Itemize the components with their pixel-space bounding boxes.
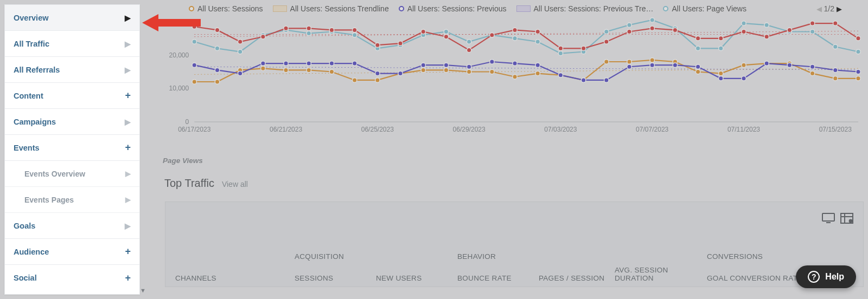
- sidebar-item-label: Audience: [14, 248, 49, 256]
- svg-point-38: [650, 58, 654, 62]
- sidebar-item-label: All Referrals: [14, 66, 60, 74]
- group-acquisition: ACQUISITION: [295, 252, 376, 269]
- desktop-icon[interactable]: [822, 213, 835, 224]
- svg-point-75: [810, 64, 814, 69]
- svg-point-93: [535, 40, 540, 44]
- svg-point-59: [444, 63, 448, 67]
- group-conversions: CONVERSIONS: [707, 252, 815, 269]
- caret-right-icon: ▶: [125, 40, 131, 48]
- sidebar-subitem-label: Events Pages: [24, 196, 74, 204]
- svg-point-41: [719, 71, 723, 75]
- svg-point-45: [810, 71, 814, 75]
- svg-point-131: [719, 36, 723, 41]
- svg-point-103: [764, 23, 769, 27]
- plus-icon: +: [125, 272, 131, 284]
- svg-point-96: [604, 29, 609, 34]
- svg-point-56: [375, 71, 380, 75]
- svg-point-102: [742, 21, 746, 25]
- sidebar-item-label: All Traffic: [14, 40, 49, 48]
- legend-next-icon[interactable]: ▶: [837, 5, 842, 13]
- svg-point-80: [238, 49, 242, 54]
- legend-item[interactable]: All Users: Sessions: Previous: [399, 4, 507, 13]
- top-traffic-title: Top Traffic: [164, 177, 214, 190]
- sidebar-item-social[interactable]: Social +: [5, 265, 139, 291]
- table-settings-icon[interactable]: [840, 213, 853, 224]
- svg-point-19: [215, 80, 219, 84]
- sidebar-scrollbar[interactable]: [139, 5, 140, 216]
- sidebar-item-label: Social: [14, 274, 37, 282]
- svg-text:07/15/2023: 07/15/2023: [819, 126, 852, 133]
- svg-point-55: [352, 61, 356, 66]
- sidebar-item-all-referrals[interactable]: All Referrals ▶: [5, 57, 139, 83]
- svg-point-113: [307, 26, 311, 30]
- svg-point-22: [284, 68, 288, 72]
- sidebar-item-campaigns[interactable]: Campaigns ▶: [5, 109, 139, 135]
- col-bounce[interactable]: BOUNCE RATE: [457, 274, 539, 282]
- legend-prev-icon[interactable]: ◀: [816, 5, 822, 13]
- sidebar-item-label: Overview: [14, 14, 49, 22]
- svg-point-46: [833, 76, 838, 81]
- svg-point-57: [398, 71, 403, 75]
- legend-item[interactable]: All Users: Sessions: Previous Tre…: [516, 4, 654, 13]
- svg-point-29: [444, 68, 448, 72]
- legend-page: 1/2: [824, 4, 834, 13]
- svg-point-71: [719, 76, 723, 81]
- svg-point-37: [627, 60, 631, 64]
- svg-point-105: [810, 29, 814, 34]
- svg-point-109: [215, 28, 219, 32]
- legend-marker-icon: [516, 5, 531, 12]
- svg-point-115: [352, 28, 356, 32]
- sidebar-item-content[interactable]: Content +: [5, 83, 139, 109]
- sidebar-item-events[interactable]: Events +: [5, 135, 139, 161]
- svg-point-135: [810, 21, 814, 25]
- top-traffic-header: Top Traffic View all: [164, 177, 248, 190]
- svg-point-49: [215, 68, 219, 72]
- sidebar-subitem-events-pages[interactable]: Events Pages ▶: [5, 187, 139, 213]
- svg-point-133: [764, 35, 769, 39]
- col-sessions[interactable]: SESSIONS: [295, 274, 376, 282]
- legend-marker-icon: [663, 6, 668, 11]
- svg-point-42: [742, 63, 746, 67]
- svg-point-50: [238, 71, 242, 75]
- sidebar-item-audience[interactable]: Audience +: [5, 239, 139, 265]
- svg-point-69: [673, 63, 677, 67]
- svg-point-129: [673, 28, 677, 32]
- svg-point-97: [627, 23, 631, 27]
- svg-text:0: 0: [186, 118, 189, 126]
- svg-point-58: [421, 63, 425, 67]
- sessions-chart[interactable]: 010,00020,00030,00006/17/202306/21/20230…: [145, 16, 864, 138]
- sidebar-item-all-traffic[interactable]: All Traffic ▶: [5, 31, 139, 57]
- col-new-users[interactable]: NEW USERS: [376, 274, 457, 282]
- svg-text:06/25/2023: 06/25/2023: [361, 126, 394, 133]
- plus-icon: +: [125, 90, 131, 101]
- svg-text:10,000: 10,000: [169, 84, 189, 92]
- svg-point-101: [719, 46, 723, 50]
- sidebar-subitem-events-overview[interactable]: Events Overview ▶: [5, 161, 139, 187]
- svg-point-132: [742, 29, 746, 34]
- col-pps[interactable]: PAGES / SESSION: [539, 274, 615, 282]
- legend-marker-icon: [399, 6, 404, 11]
- legend-item[interactable]: All Users: Page Views: [663, 4, 746, 13]
- svg-point-54: [329, 61, 334, 66]
- svg-point-116: [375, 43, 380, 47]
- svg-point-123: [535, 29, 540, 34]
- svg-point-110: [238, 40, 242, 44]
- help-button[interactable]: ? Help: [796, 265, 856, 288]
- dropdown-caret-icon[interactable]: ▼: [140, 287, 146, 294]
- svg-point-66: [604, 78, 609, 82]
- svg-point-124: [558, 46, 563, 50]
- col-channels[interactable]: CHANNELS: [175, 274, 295, 282]
- view-all-link[interactable]: View all: [222, 180, 248, 188]
- sidebar-item-goals[interactable]: Goals ▶: [5, 213, 139, 239]
- sidebar-item-overview[interactable]: Overview ▶: [5, 5, 139, 31]
- sidebar-item-label: Campaigns: [14, 118, 56, 126]
- svg-point-30: [467, 69, 471, 74]
- svg-point-24: [329, 69, 334, 74]
- svg-point-47: [856, 76, 860, 81]
- col-asd[interactable]: AVG. SESSION DURATION: [615, 266, 707, 282]
- legend-item[interactable]: All Users: Sessions Trendline: [273, 4, 389, 13]
- svg-point-51: [261, 61, 265, 66]
- caret-right-icon: ▶: [125, 14, 131, 22]
- sidebar-item-label: Content: [14, 92, 43, 100]
- svg-point-67: [627, 64, 631, 69]
